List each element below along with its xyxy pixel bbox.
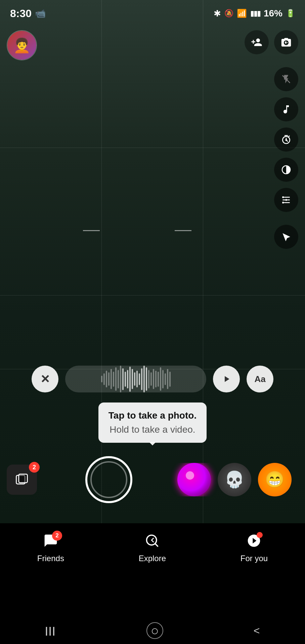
bluetooth-icon: ✱ [214, 8, 221, 19]
waveform-bar [160, 367, 161, 391]
flash-toggle-button[interactable] [274, 67, 298, 91]
waveform-bar [103, 373, 105, 385]
waveform-bar [111, 369, 112, 389]
tooltip-tap-text: Tap to take a photo. [108, 409, 197, 423]
timer-button[interactable] [274, 127, 298, 152]
battery-display: 16% [264, 8, 282, 19]
waveform-bar [169, 372, 171, 387]
for-you-icon [247, 533, 261, 551]
waveform-bar [132, 369, 133, 389]
time-display: 8:30 [10, 7, 32, 20]
nav-for-you[interactable]: For you [230, 530, 278, 567]
for-you-badge-dot [257, 532, 263, 538]
shutter-button[interactable] [85, 456, 132, 503]
waveform-bar [148, 370, 149, 388]
close-button[interactable]: ✕ [32, 366, 58, 392]
waveform-bar [127, 370, 128, 388]
waveform-bar [136, 371, 138, 387]
add-friend-button[interactable] [245, 30, 269, 54]
waveform-bar [125, 372, 126, 387]
android-back-button[interactable]: < [254, 625, 260, 637]
signal-icon: ▮▮▮ [250, 9, 260, 18]
waveform-bar [118, 370, 119, 388]
top-right-buttons [245, 30, 298, 54]
waveform-bar [158, 372, 159, 387]
waveform-bar [139, 373, 140, 385]
android-home-bar: ||| ○ < [0, 617, 305, 644]
preview-play-button[interactable] [213, 366, 240, 392]
flip-camera-button[interactable] [274, 30, 298, 54]
waveform-row: ✕ Aa [0, 366, 305, 392]
waveform-bar [108, 372, 110, 386]
memories-count: 2 [33, 464, 36, 471]
text-overlay-button[interactable]: Aa [247, 366, 273, 392]
capture-tooltip: Tap to take a photo. Hold to take a vide… [98, 402, 207, 443]
android-home-button[interactable]: ○ [146, 622, 163, 639]
avatar-image: 🧑‍🦱 [7, 31, 36, 60]
right-toolbar [274, 67, 298, 249]
contrast-button[interactable] [274, 158, 298, 182]
svg-point-6 [282, 202, 284, 203]
lenses-carousel[interactable]: 💀 😁 [171, 463, 298, 496]
friends-badge-count: 2 [55, 532, 58, 539]
waveform-bar [155, 371, 157, 387]
memories-button[interactable]: 2 [7, 465, 37, 495]
waveform-bar [141, 368, 142, 390]
nav-explore[interactable]: Explore [129, 530, 176, 567]
waveform-bar [146, 367, 147, 391]
skull-emoji: 💀 [224, 470, 245, 489]
waveform-bar [165, 373, 166, 385]
bottom-navigation: 2 Friends Explore For you [0, 523, 305, 617]
waveform-bar [115, 367, 117, 391]
bottom-controls: ✕ Aa Tap to take a photo. Hold to take a… [0, 366, 305, 503]
waveform-bar [122, 368, 124, 390]
waveform-bar [134, 372, 135, 386]
friends-label: Friends [37, 554, 64, 563]
android-menu-button[interactable]: ||| [45, 625, 56, 636]
ar-cursor-button[interactable] [274, 225, 298, 249]
mute-icon: 🔕 [224, 9, 233, 18]
waveform-bar [153, 369, 154, 389]
shutter-area [47, 456, 171, 503]
waveform-bar [150, 372, 152, 386]
audio-waveform[interactable] [65, 366, 206, 392]
tooltip-hold-text: Hold to take a video. [108, 423, 197, 437]
status-time: 8:30 📹 [10, 7, 46, 20]
lens-face[interactable]: 😁 [258, 463, 292, 496]
explore-label: Explore [139, 554, 166, 563]
focus-indicator-right [175, 230, 191, 231]
shutter-lens-row: 2 💀 😁 [0, 456, 305, 503]
waveform-bar [162, 370, 164, 388]
svg-point-2 [285, 139, 287, 141]
waveform-bar [101, 376, 102, 382]
waveform-bar [113, 372, 114, 387]
lens-skull[interactable]: 💀 [218, 463, 251, 496]
lens-magenta-orb[interactable] [177, 463, 211, 496]
wifi-icon: 📶 [237, 9, 247, 18]
face-emoji: 😁 [265, 470, 285, 489]
waveform-bar [143, 366, 145, 392]
battery-icon: 🔋 [286, 9, 295, 18]
svg-point-4 [282, 196, 284, 198]
svg-rect-12 [19, 474, 28, 483]
music-button[interactable] [274, 97, 298, 121]
text-icon: Aa [254, 374, 265, 384]
camera-viewfinder[interactable]: 8:30 📹 ✱ 🔕 📶 ▮▮▮ 16% 🔋 🧑‍🦱 [0, 0, 305, 523]
nav-friends[interactable]: 2 Friends [27, 530, 74, 567]
waveform-bar [167, 369, 168, 389]
status-icons: ✱ 🔕 📶 ▮▮▮ 16% 🔋 [214, 8, 295, 19]
for-you-label: For you [241, 554, 268, 563]
explore-icon [145, 533, 160, 551]
shutter-inner [90, 461, 127, 498]
video-record-icon: 📹 [35, 8, 46, 19]
waveform-bar [120, 366, 121, 392]
user-avatar[interactable]: 🧑‍🦱 [7, 30, 37, 60]
memories-badge: 2 [29, 462, 40, 473]
focus-indicator-left [83, 230, 100, 231]
friends-badge: 2 [52, 531, 62, 541]
svg-point-5 [285, 199, 287, 201]
waveform-bar [129, 367, 131, 392]
filters-button[interactable] [274, 188, 298, 212]
status-bar: 8:30 📹 ✱ 🔕 📶 ▮▮▮ 16% 🔋 [0, 0, 305, 27]
close-icon: ✕ [40, 372, 50, 386]
